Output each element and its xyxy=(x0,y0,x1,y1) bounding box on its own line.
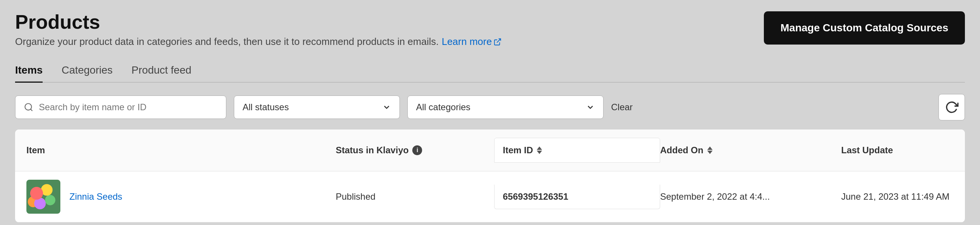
page-title: Products xyxy=(15,11,502,33)
categories-dropdown-label: All categories xyxy=(416,102,470,113)
status-dropdown-label: All statuses xyxy=(243,102,289,113)
svg-line-2 xyxy=(30,109,32,111)
status-cell: Published xyxy=(336,191,494,202)
product-name-link[interactable]: Zinnia Seeds xyxy=(69,191,122,202)
item-id-cell: 6569395126351 xyxy=(494,185,660,209)
sort-icon-added-on[interactable] xyxy=(707,147,713,154)
svg-point-1 xyxy=(25,104,31,110)
added-on-cell: September 2, 2022 at 4:4... xyxy=(660,191,841,202)
learn-more-label: Learn more xyxy=(442,36,492,48)
tab-product-feed[interactable]: Product feed xyxy=(132,59,192,83)
product-cell: Zinnia Seeds xyxy=(26,180,336,214)
svg-line-0 xyxy=(497,38,501,42)
subtitle: Organize your product data in categories… xyxy=(15,36,502,48)
sort-icon-item-id[interactable] xyxy=(537,147,542,154)
search-container xyxy=(15,96,226,119)
col-header-status: Status in Klaviyo i xyxy=(336,145,494,156)
search-input[interactable] xyxy=(39,102,218,113)
title-area: Products Organize your product data in c… xyxy=(15,11,502,48)
table-header: Item Status in Klaviyo i Item ID Added O… xyxy=(15,129,965,171)
status-dropdown[interactable]: All statuses xyxy=(234,96,400,119)
learn-more-link[interactable]: Learn more xyxy=(442,36,502,48)
col-header-item: Item xyxy=(26,145,336,156)
clear-button[interactable]: Clear xyxy=(611,102,633,113)
tab-items[interactable]: Items xyxy=(15,59,43,83)
item-id-popup-header: Item ID xyxy=(494,138,660,163)
chevron-down-icon xyxy=(382,103,391,112)
chevron-down-icon-2 xyxy=(586,103,595,112)
header-section: Products Organize your product data in c… xyxy=(15,11,965,48)
info-icon: i xyxy=(412,145,422,155)
categories-dropdown[interactable]: All categories xyxy=(407,96,603,119)
toolbar: All statuses All categories Clear xyxy=(15,94,965,120)
tabs-section: Items Categories Product feed xyxy=(15,58,965,83)
table-row: Zinnia Seeds Published 6569395126351 Sep… xyxy=(15,171,965,222)
sort-down-icon xyxy=(537,151,542,154)
refresh-button[interactable] xyxy=(939,94,965,120)
product-thumbnail xyxy=(26,180,60,214)
col-header-last-update: Last Update xyxy=(841,145,954,156)
col-header-item-id: Item ID xyxy=(494,138,660,163)
search-icon xyxy=(24,102,33,112)
page-container: Products Organize your product data in c… xyxy=(0,0,980,225)
table-section: Item Status in Klaviyo i Item ID Added O… xyxy=(15,129,965,222)
col-header-added-on: Added On xyxy=(660,145,841,156)
manage-custom-catalog-sources-button[interactable]: Manage Custom Catalog Sources xyxy=(764,11,965,45)
item-id-data-popup: 6569395126351 xyxy=(494,185,660,209)
sort-up-icon-added xyxy=(707,147,713,150)
refresh-icon xyxy=(945,101,958,114)
sort-up-icon xyxy=(537,147,542,150)
last-update-cell: June 21, 2023 at 11:49 AM xyxy=(841,191,954,202)
subtitle-text: Organize your product data in categories… xyxy=(15,36,439,48)
external-link-icon xyxy=(493,38,502,46)
tab-categories[interactable]: Categories xyxy=(62,59,112,83)
sort-down-icon-added xyxy=(707,151,713,154)
